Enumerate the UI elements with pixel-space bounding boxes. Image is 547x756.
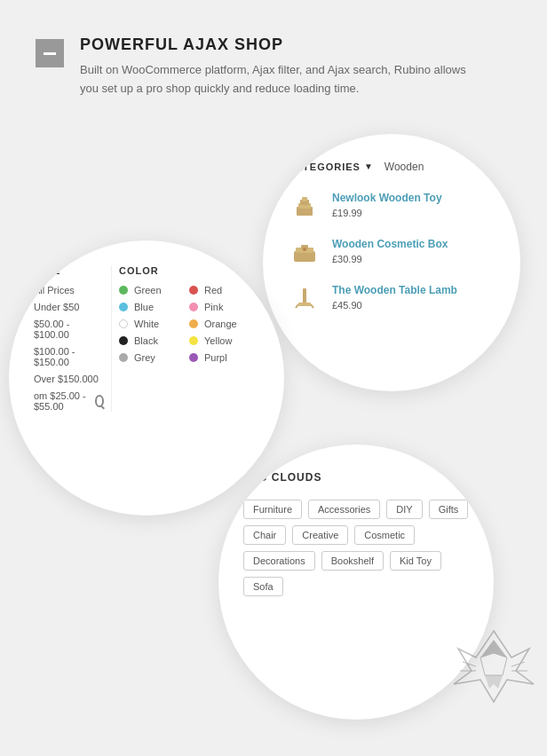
svg-line-11 [311,304,313,308]
color-yellow[interactable]: Yellow [189,335,259,346]
color-grey[interactable]: Grey [119,352,189,363]
color-purple[interactable]: Purpl [189,352,259,363]
price-column: RICE All Prices Under $50 $50.00 - $100.… [34,265,104,412]
product-info-1: Newlook Wooden Toy £19.99 [332,192,442,220]
color-pink[interactable]: Pink [189,302,259,312]
tag-kidtoy[interactable]: Kid Toy [390,551,441,571]
price-search-row: om $25.00 - $55.00 [34,390,104,412]
product-name-3[interactable]: The Wooden Table Lamb [332,284,457,296]
color-red[interactable]: Red [189,285,259,295]
tag-accessories[interactable]: Accessories [308,500,380,519]
svg-point-7 [303,248,306,251]
product-info-2: Wooden Cosmetic Box £30.99 [332,238,448,266]
product-image-2 [288,235,321,269]
svg-marker-13 [480,640,507,658]
price-range-text: om $25.00 - $55.00 [34,390,88,412]
product-item: Newlook Wooden Toy £19.99 [288,189,495,223]
color-dot-orange [189,319,198,328]
page-description: Built on WooCommerce platform, Ajax filt… [80,61,471,98]
product-image-3 [288,281,321,315]
color-white[interactable]: White [119,319,189,329]
color-green[interactable]: Green [119,285,189,295]
product-price-2: £30.99 [332,254,362,264]
color-title: COLOR [119,265,189,276]
svg-marker-14 [480,653,507,675]
circles-container: CATEGORIES ▼ Wooden Newlook Wooden Toy [0,125,547,728]
svg-marker-15 [485,675,503,689]
color-dot-yellow [189,336,198,345]
search-icon[interactable] [95,395,104,407]
page-wrapper: POWERFUL AJAX SHOP Built on WooCommerce … [0,0,547,756]
product-price-3: £45.90 [332,300,362,311]
header-section: POWERFUL AJAX SHOP Built on WooCommerce … [0,0,547,125]
product-name-1[interactable]: Newlook Wooden Toy [332,192,442,204]
color-dot-white [119,319,128,328]
categories-filter-value[interactable]: Wooden [384,161,424,173]
tags-grid: Furniture Accessories DIY Gifts Chair Cr… [243,500,469,596]
header-text: POWERFUL AJAX SHOP Built on WooCommerce … [80,35,471,98]
price-100-150[interactable]: $100.00 - $150.00 [34,346,104,367]
tag-decorations[interactable]: Decorations [243,551,315,571]
product-name-2[interactable]: Wooden Cosmetic Box [332,238,448,250]
price-title: RICE [34,265,104,276]
tag-creative[interactable]: Creative [292,525,348,545]
color-dot-green [119,286,128,295]
svg-line-18 [511,662,525,666]
product-item-3: The Wooden Table Lamb £45.90 [288,281,495,315]
color-black[interactable]: Black [119,335,189,346]
svg-rect-9 [298,303,311,306]
filter-columns: RICE All Prices Under $50 $50.00 - $100.… [34,265,259,412]
color-blue[interactable]: Blue [119,302,189,312]
animal-decoration [440,622,547,728]
color-dot-red [189,286,198,295]
tag-bookshelf[interactable]: Bookshelf [321,551,384,571]
tags-title: TAG CLOUDS [243,471,469,484]
price-all[interactable]: All Prices [34,285,104,295]
product-item-2: Wooden Cosmetic Box £30.99 [288,235,495,269]
tag-diy[interactable]: DIY [386,500,422,519]
columns-divider [111,265,112,412]
product-image-1 [288,189,321,223]
svg-line-10 [296,304,298,308]
categories-circle: CATEGORIES ▼ Wooden Newlook Wooden Toy [263,134,520,391]
color-dot-blue [119,303,128,311]
page-title: POWERFUL AJAX SHOP [80,35,471,54]
tag-sofa[interactable]: Sofa [243,577,283,596]
tag-furniture[interactable]: Furniture [243,500,302,519]
tag-gifts[interactable]: Gifts [429,500,469,519]
price-over150[interactable]: Over $150.000 [34,374,104,384]
price-color-circle: RICE All Prices Under $50 $50.00 - $100.… [9,240,284,516]
categories-label: CATEGORIES ▼ [288,161,374,172]
price-50-100[interactable]: $50.00 - $100.00 [34,319,104,340]
tag-cosmetic[interactable]: Cosmetic [354,525,415,545]
price-under50[interactable]: Under $50 [34,302,104,312]
color-dot-grey [119,353,128,362]
color-dot-pink [189,303,198,311]
header-icon-box [36,39,64,67]
color-orange[interactable]: Orange [189,319,259,329]
color-column-left: COLOR Green Blue White [119,265,189,412]
color-dot-black [119,336,128,345]
categories-header: CATEGORIES ▼ Wooden [288,161,495,173]
svg-line-16 [463,662,476,666]
color-dot-purple [189,353,198,362]
color-column-right: COLOR Red Pink Orange Y [189,265,259,412]
minus-icon [44,52,56,55]
product-price-1: £19.99 [332,208,362,218]
tag-chair[interactable]: Chair [243,525,286,545]
svg-rect-3 [302,197,307,201]
product-info-3: The Wooden Table Lamb £45.90 [332,284,457,312]
